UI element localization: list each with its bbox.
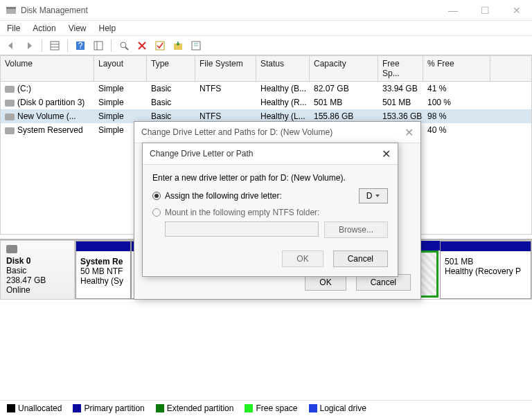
divider [42,39,42,52]
properties-icon[interactable] [189,39,203,53]
help-icon[interactable]: ? [73,39,87,53]
svg-rect-1 [6,7,16,9]
titlebar: Disk Management — ☐ ✕ [0,0,532,21]
disk-icon [5,86,15,93]
svg-rect-2 [51,42,59,50]
disk-icon [5,127,15,134]
menu-help[interactable]: Help [99,24,116,33]
back-icon[interactable] [4,39,18,53]
col-capacity[interactable]: Capacity [310,56,378,81]
dialog-titlebar[interactable]: Change Drive Letter and Paths for D: (Ne… [134,122,420,143]
dialog-title: Change Drive Letter and Paths for D: (Ne… [141,127,332,137]
dialog-title: Change Drive Letter or Path [150,149,253,158]
dialog-change-letter: Change Drive Letter or Path ✕ Enter a ne… [142,143,398,277]
check-icon[interactable] [153,39,167,53]
col-type[interactable]: Type [147,56,195,81]
radio-mount-folder[interactable]: Mount in the following empty NTFS folder… [152,208,388,217]
disk-icon [5,113,15,120]
svg-point-9 [121,42,126,48]
disk-name: Disk 0 [6,256,69,266]
chevron-down-icon [375,193,380,199]
legend-logical: Logical drive [309,403,366,413]
divider [111,39,112,52]
window-buttons: — ☐ ✕ [443,5,526,16]
svg-rect-11 [156,42,164,50]
disk-info[interactable]: Disk 0 Basic 238.47 GB Online [0,240,75,300]
grid-icon[interactable] [48,39,62,53]
col-filesystem[interactable]: File System [195,56,256,81]
dialog-prompt: Enter a new drive letter or path for D: … [152,173,388,183]
legend-unallocated: Unallocated [7,403,62,413]
menubar: File Action View Help [0,21,532,36]
close-icon[interactable]: ✕ [382,147,391,161]
ok-button[interactable]: OK [282,251,323,267]
minimize-button[interactable]: — [443,5,463,16]
partition-system[interactable]: System Re 50 MB NTF Healthy (Sy [76,241,131,299]
table-row[interactable]: (C:) Simple Basic NTFS Healthy (B... 82.… [1,82,531,96]
col-volume[interactable]: Volume [1,56,94,81]
radio-icon [152,208,161,217]
forward-icon[interactable] [22,39,36,53]
legend-extended: Extended partition [156,403,234,413]
table-header: Volume Layout Type File System Status Ca… [1,56,531,82]
menu-file[interactable]: File [7,24,20,33]
svg-line-10 [125,47,128,50]
maximize-button[interactable]: ☐ [475,5,495,16]
col-layout[interactable]: Layout [94,56,147,81]
delete-icon[interactable] [135,39,149,53]
drive-letter-select[interactable]: D [359,188,388,203]
refresh-icon[interactable] [171,39,185,53]
close-button[interactable]: ✕ [507,5,526,16]
mount-path-input[interactable] [165,221,319,237]
cancel-button[interactable]: Cancel [333,251,388,267]
disk-type: Basic [6,266,69,275]
legend-primary: Primary partition [73,403,144,413]
legend-free: Free space [245,403,297,413]
col-pctfree[interactable]: % Free [423,56,490,81]
disk-state: Online [6,285,69,295]
disk-size: 238.47 GB [6,275,69,285]
toolbar: ? [0,36,532,55]
close-icon[interactable]: ✕ [405,126,414,139]
col-freespace[interactable]: Free Sp... [378,56,423,81]
menu-view[interactable]: View [69,24,87,33]
divider [67,39,68,52]
search-icon[interactable] [117,39,131,53]
legend: Unallocated Primary partition Extended p… [0,400,532,415]
disk-icon [5,100,15,107]
radio-assign-letter[interactable]: Assign the following drive letter: D [152,188,388,203]
browse-button[interactable]: Browse... [324,221,388,238]
disk-icon [6,245,17,253]
partition-recovery[interactable]: 501 MB Healthy (Recovery P [440,241,531,299]
svg-rect-7 [94,42,103,50]
app-icon [6,5,17,16]
col-status[interactable]: Status [256,56,310,81]
window-title: Disk Management [21,6,443,15]
svg-text:?: ? [78,41,83,51]
dialog-titlebar[interactable]: Change Drive Letter or Path ✕ [143,143,398,164]
radio-icon [152,192,161,200]
table-row[interactable]: (Disk 0 partition 3) Simple Basic Health… [1,96,531,109]
list-icon[interactable] [91,39,105,53]
menu-action[interactable]: Action [33,24,55,33]
